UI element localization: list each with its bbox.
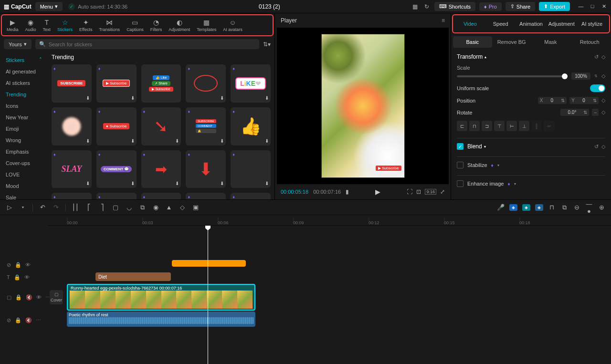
effects-tab[interactable]: ✦Effects [76, 18, 95, 33]
expand-icon[interactable]: ⤢ [440, 188, 445, 195]
tool-dropdown[interactable]: ▾ [19, 205, 27, 209]
tab-adjustment[interactable]: Adjustment [546, 19, 577, 29]
mute-icon[interactable]: 🔇 [25, 317, 32, 323]
sidebar-item-icons[interactable]: Icons [0, 100, 48, 112]
maximize-button[interactable]: □ [589, 3, 596, 10]
cover-button[interactable]: ▢Cover [50, 290, 63, 304]
sticker-item[interactable]: ♦⬇ [52, 107, 92, 146]
rotate-input[interactable]: ⇅ [560, 109, 589, 116]
subtab-basic[interactable]: Basic [453, 36, 492, 48]
select-tool[interactable]: ▷ [6, 204, 13, 211]
sticker-item[interactable]: ♦⬇ [186, 64, 226, 103]
lock-icon[interactable]: 🔒 [15, 262, 21, 268]
pos-x-input[interactable]: X⇅ [538, 97, 567, 104]
lock-icon[interactable]: 🔒 [15, 317, 21, 323]
sticker-item[interactable]: ♦SUBSCRIBE⬇ [52, 64, 92, 103]
sidebar-item-trending[interactable]: Trending [0, 89, 48, 100]
pos-y-input[interactable]: Y⇅ [569, 97, 599, 104]
sticker-item[interactable]: 👍Like↗Share▶Subscribe [141, 64, 181, 103]
fullscreen-icon[interactable]: ⛶ [407, 188, 412, 195]
sidebar-item-ai-generated[interactable]: AI generated [0, 66, 48, 77]
download-icon[interactable]: ⬇ [220, 95, 224, 101]
keyframe-icon[interactable]: ◇ [601, 54, 605, 60]
close-button[interactable]: ✕ [600, 3, 607, 10]
media-tab[interactable]: ▶Media [4, 18, 21, 33]
sticker-item[interactable]: ♦➘⬇ [141, 107, 181, 146]
player-viewport[interactable]: ▶Subscribe [277, 28, 449, 184]
sticker-item[interactable]: ♦👍✨⬇ [231, 193, 271, 199]
download-icon[interactable]: ⬇ [220, 181, 224, 186]
download-icon[interactable]: ⬇ [175, 138, 179, 144]
sidebar-item-emphasis[interactable]: Emphasis [0, 146, 48, 157]
download-icon[interactable]: ⬇ [86, 95, 90, 101]
subtab-mask[interactable]: Mask [531, 36, 570, 48]
tab-video[interactable]: Video [455, 19, 485, 29]
stabilize-checkbox[interactable] [457, 162, 464, 168]
lock-icon[interactable]: 🔒 [14, 274, 21, 281]
audio-icon[interactable]: ⊘ [7, 317, 11, 323]
crop-icon[interactable]: ▢ [112, 204, 119, 211]
sticker-item[interactable]: ♦SLAY⬇ [52, 150, 92, 188]
export-button[interactable]: ⬆Export [539, 2, 570, 11]
share-button[interactable]: ⇪Share [506, 2, 535, 11]
yours-dropdown[interactable]: Yours▾ [4, 39, 32, 49]
download-icon[interactable]: ⬇ [220, 138, 224, 144]
avatars-tab[interactable]: ☺AI avatars [220, 18, 245, 33]
sticker-track[interactable]: ⊘🔒👁 [0, 259, 611, 270]
text-clip[interactable]: Diet [95, 272, 171, 281]
sidebar-item-love[interactable]: LOVE [0, 169, 48, 180]
sticker-item[interactable]: ♦➡⬇ [141, 150, 181, 188]
download-icon[interactable]: ⬇ [86, 138, 90, 144]
sticker-item[interactable]: ♦👍⬇ [231, 107, 271, 146]
subtab-retouch[interactable]: Retouch [570, 36, 609, 48]
keyframe-icon[interactable]: ◇ [601, 73, 605, 79]
tab-animation[interactable]: Animation [516, 19, 547, 29]
undo-icon[interactable]: ↶ [39, 204, 46, 211]
shortcuts-button[interactable]: ⌨Shortcuts [434, 2, 475, 11]
enhance-checkbox[interactable] [457, 180, 464, 187]
zoom-out-icon[interactable]: ⊖ [573, 204, 580, 211]
text-track[interactable]: T🔒👁 Diet [0, 271, 611, 283]
text-tab[interactable]: TText [40, 18, 54, 33]
subtab-removebg[interactable]: Remove BG [492, 36, 531, 48]
keyframe-icon[interactable]: ◇ [601, 144, 605, 150]
zoom-in-icon[interactable]: ⊕ [598, 204, 605, 211]
download-icon[interactable]: ⬇ [131, 138, 135, 144]
crop2-icon[interactable]: ▣ [192, 204, 200, 211]
align-center-v[interactable]: ⊢ [506, 121, 517, 131]
download-icon[interactable]: ⬇ [265, 95, 269, 101]
mute-icon[interactable]: 🔇 [26, 294, 32, 301]
magnet-icon[interactable]: ⊓ [548, 204, 556, 211]
filters-tab[interactable]: ◔Filters [147, 18, 165, 33]
keyframe-icon[interactable]: ◇ [601, 97, 605, 104]
sticker-item[interactable]: ♦⬇⬇ [186, 150, 226, 188]
aspect-ratio[interactable]: 9:16 [425, 189, 436, 195]
playhead[interactable] [208, 226, 208, 364]
align-top[interactable]: ⊤ [494, 121, 505, 131]
marker-icon[interactable]: ◡ [125, 204, 133, 211]
split-icon[interactable]: ⎮⎮ [72, 204, 79, 211]
filter-button[interactable]: ⇅▾ [263, 41, 271, 48]
search-input[interactable] [49, 42, 255, 47]
scale-value[interactable]: 100% [571, 73, 590, 80]
video-clip[interactable]: Runny-hearted egg-pexels-solodsha-766273… [67, 284, 255, 311]
sidebar-item-stickers[interactable]: Stickers˄ [0, 54, 48, 66]
sticker-item[interactable]: ♦LIVE⬇ [96, 193, 137, 199]
trim-left-icon[interactable]: ⎡ [85, 204, 93, 211]
audio-clip[interactable]: Poetic rhythm of rest [67, 312, 255, 327]
align-bottom[interactable]: ⊥ [519, 121, 529, 131]
download-icon[interactable]: ⬇ [86, 181, 90, 186]
zoom-slider[interactable]: —● [585, 200, 593, 215]
play-button[interactable]: ▶ [354, 188, 402, 196]
sticker-item[interactable]: ♦LiKE❤⬇ [231, 64, 271, 103]
lock-icon[interactable]: 🔒 [15, 294, 22, 301]
tab-speed[interactable]: Speed [485, 19, 516, 29]
mode-1[interactable]: ◈ [509, 204, 517, 211]
mode-2[interactable]: ◈ [522, 204, 530, 211]
sidebar-item-sale[interactable]: Sale [0, 192, 48, 199]
timeline-ruler[interactable]: 00:00 00:03 00:06 00:09 00:12 00:15 00:1… [48, 215, 611, 226]
download-icon[interactable]: ⬇ [265, 138, 269, 144]
more-icon[interactable]: ⋯ [36, 317, 41, 323]
minimize-button[interactable]: — [578, 3, 584, 10]
audio-tab[interactable]: ◉Audio [22, 18, 39, 33]
